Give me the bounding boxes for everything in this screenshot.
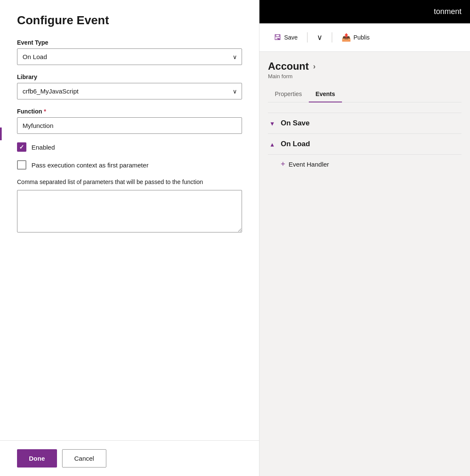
- enabled-checkbox[interactable]: [17, 142, 26, 152]
- library-select-wrapper: crfb6_MyJavaScript ∨: [17, 83, 242, 99]
- pass-context-checkbox[interactable]: [17, 160, 26, 170]
- enabled-group: Enabled: [17, 142, 242, 152]
- save-label: Save: [284, 34, 298, 41]
- enabled-label: Enabled: [31, 144, 55, 151]
- params-label: Comma separated list of parameters that …: [17, 178, 242, 187]
- edge-indicator: [0, 128, 2, 140]
- on-save-label: On Save: [281, 119, 310, 128]
- account-title-text: Account: [268, 60, 309, 72]
- event-type-select-wrapper: On Load On Save On Change ∨: [17, 48, 242, 65]
- function-group: Function*: [17, 108, 242, 134]
- event-type-group: Event Type On Load On Save On Change ∨: [17, 39, 242, 65]
- top-bar: tonment: [259, 0, 470, 23]
- library-select[interactable]: crfb6_MyJavaScript: [17, 83, 242, 99]
- on-load-row[interactable]: ▴ On Load: [268, 134, 461, 155]
- done-button[interactable]: Done: [17, 449, 57, 468]
- right-content: Account › Main form Properties Events ▾ …: [259, 52, 470, 182]
- add-handler-label: Event Handler: [289, 161, 329, 168]
- dialog-footer: Done Cancel: [0, 440, 259, 476]
- cancel-button[interactable]: Cancel: [62, 449, 107, 468]
- account-chevron-icon[interactable]: ›: [313, 62, 316, 71]
- on-save-row[interactable]: ▾ On Save: [268, 113, 461, 134]
- library-group: Library crfb6_MyJavaScript ∨: [17, 74, 242, 99]
- save-button[interactable]: 🖫 Save: [268, 30, 304, 45]
- pass-context-group: Pass execution context as first paramete…: [17, 160, 242, 170]
- dropdown-button[interactable]: ∨: [311, 29, 328, 45]
- function-input[interactable]: [17, 117, 242, 134]
- account-title-row: Account ›: [268, 60, 461, 72]
- events-section: ▾ On Save ▴ On Load + Event Handler: [268, 113, 461, 174]
- publish-icon: 📤: [342, 33, 351, 42]
- tabs-row: Properties Events: [268, 86, 461, 102]
- function-label: Function*: [17, 108, 242, 115]
- toolbar-divider: [307, 32, 308, 42]
- add-event-handler-row[interactable]: + Event Handler: [268, 155, 461, 174]
- event-type-select[interactable]: On Load On Save On Change: [17, 48, 242, 65]
- account-subtitle: Main form: [268, 73, 461, 79]
- dropdown-chevron-icon: ∨: [317, 33, 322, 42]
- tab-properties[interactable]: Properties: [268, 86, 309, 102]
- publish-button[interactable]: 📤 Publis: [336, 29, 376, 45]
- on-save-chevron-icon: ▾: [268, 119, 276, 128]
- toolbar-divider-2: [332, 32, 332, 42]
- topbar-title: tonment: [434, 7, 461, 16]
- dialog-title: Configure Event: [17, 14, 242, 27]
- tab-events[interactable]: Events: [309, 86, 342, 102]
- params-textarea[interactable]: [17, 190, 242, 232]
- required-indicator: *: [44, 108, 46, 115]
- on-load-chevron-icon: ▴: [268, 140, 276, 148]
- publish-label: Publis: [353, 34, 370, 41]
- save-icon: 🖫: [274, 33, 282, 42]
- right-panel: tonment 🖫 Save ∨ 📤 Publis Account › Main…: [259, 0, 470, 476]
- toolbar: 🖫 Save ∨ 📤 Publis: [259, 23, 470, 52]
- add-icon: +: [281, 160, 285, 169]
- library-label: Library: [17, 74, 242, 80]
- event-type-label: Event Type: [17, 39, 242, 46]
- account-header: Account › Main form: [268, 60, 461, 79]
- params-group: Comma separated list of parameters that …: [17, 178, 242, 234]
- configure-event-dialog: Configure Event Event Type On Load On Sa…: [0, 0, 259, 476]
- pass-context-label: Pass execution context as first paramete…: [31, 162, 148, 169]
- on-load-label: On Load: [281, 140, 310, 148]
